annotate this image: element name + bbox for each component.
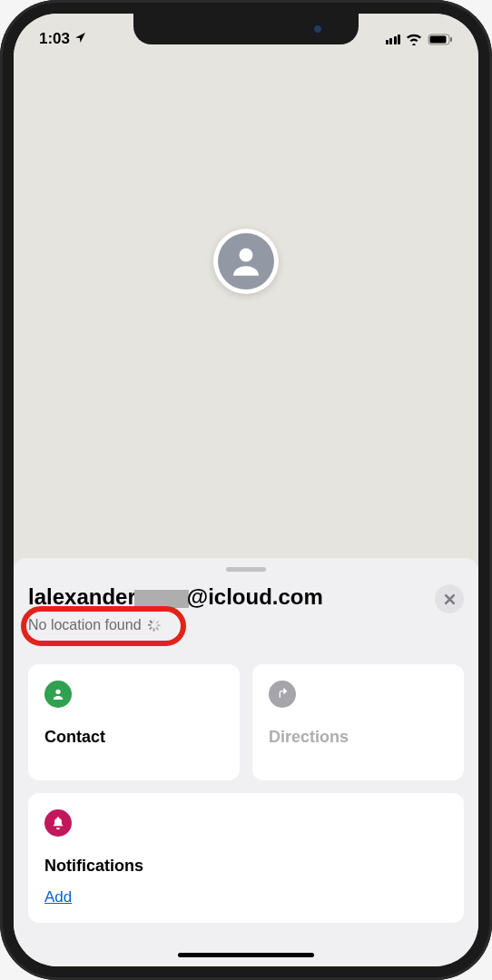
location-status-text: No location found [28, 617, 142, 633]
email-prefix: lalexander [28, 584, 136, 609]
contact-card[interactable]: Contact [28, 664, 240, 780]
map-area[interactable] [14, 14, 478, 572]
location-status-row: No location found [28, 617, 464, 633]
loading-spinner-icon [147, 619, 160, 632]
notifications-icon-wrap [44, 809, 72, 837]
battery-icon [428, 34, 453, 45]
cellular-signal-icon [386, 34, 401, 44]
svg-point-3 [239, 248, 252, 261]
sheet-header: lalexander@icloud.com [28, 584, 464, 613]
home-indicator[interactable] [178, 953, 314, 957]
notch [133, 14, 359, 44]
phone-device-frame: 1:03 [0, 0, 492, 980]
redacted-text [134, 590, 189, 608]
wifi-icon [406, 34, 422, 45]
svg-rect-1 [430, 35, 447, 43]
svg-point-4 [55, 690, 60, 694]
screen: 1:03 [14, 14, 478, 966]
person-silhouette-icon [218, 233, 274, 289]
status-time: 1:03 [39, 30, 70, 48]
location-services-icon [74, 32, 86, 46]
turn-arrow-icon [275, 687, 290, 701]
contact-card-icon [44, 681, 72, 708]
contact-email: lalexander@icloud.com [28, 584, 323, 610]
action-cards-row: Contact Directions [28, 664, 464, 780]
sheet-grabber[interactable] [226, 567, 266, 572]
close-button[interactable] [435, 584, 464, 613]
front-camera [313, 24, 322, 34]
notifications-title: Notifications [44, 857, 448, 876]
add-notification-link[interactable]: Add [44, 888, 448, 906]
svg-rect-2 [450, 37, 452, 42]
status-bar-right [386, 34, 454, 45]
contact-card-label: Contact [44, 728, 223, 747]
bottom-sheet: lalexander@icloud.com No location found [14, 558, 478, 966]
directions-card-label: Directions [269, 728, 448, 747]
directions-card-icon [269, 681, 296, 708]
person-icon [51, 687, 65, 701]
email-suffix: @icloud.com [187, 584, 323, 609]
close-icon [444, 593, 456, 605]
bell-icon [51, 816, 65, 830]
contact-avatar-marker[interactable] [213, 229, 279, 294]
notifications-card: Notifications Add [28, 793, 464, 923]
directions-card[interactable]: Directions [252, 664, 464, 780]
status-bar-left: 1:03 [39, 30, 86, 48]
